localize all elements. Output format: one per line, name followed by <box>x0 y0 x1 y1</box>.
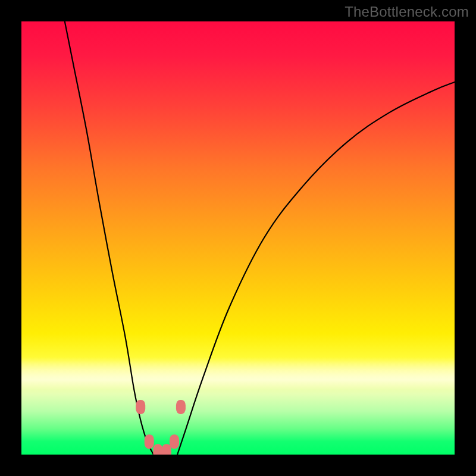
watermark-text: TheBottleneck.com <box>345 4 469 20</box>
chart-frame: TheBottleneck.com <box>0 0 476 476</box>
marker-dot <box>170 434 179 449</box>
curve-group <box>65 21 455 455</box>
marker-group <box>136 400 186 455</box>
left-curve <box>65 21 154 455</box>
plot-area <box>21 21 455 455</box>
marker-dot <box>176 400 186 414</box>
chart-svg <box>21 21 455 455</box>
marker-dot <box>162 444 171 455</box>
marker-dot <box>136 400 145 414</box>
marker-dot <box>153 444 162 455</box>
right-curve <box>177 82 455 455</box>
marker-dot <box>145 434 154 449</box>
